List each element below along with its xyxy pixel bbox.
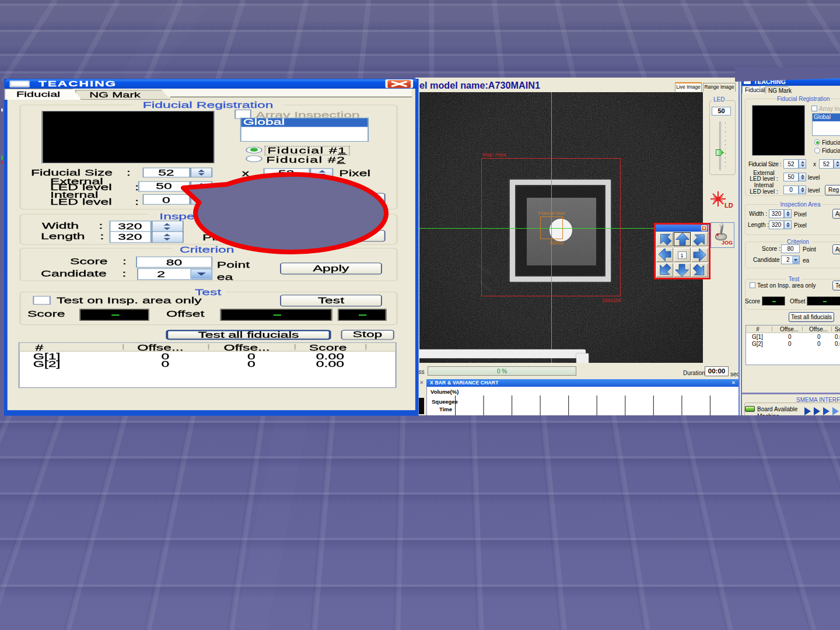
svg-text:LD: LD xyxy=(724,202,733,209)
